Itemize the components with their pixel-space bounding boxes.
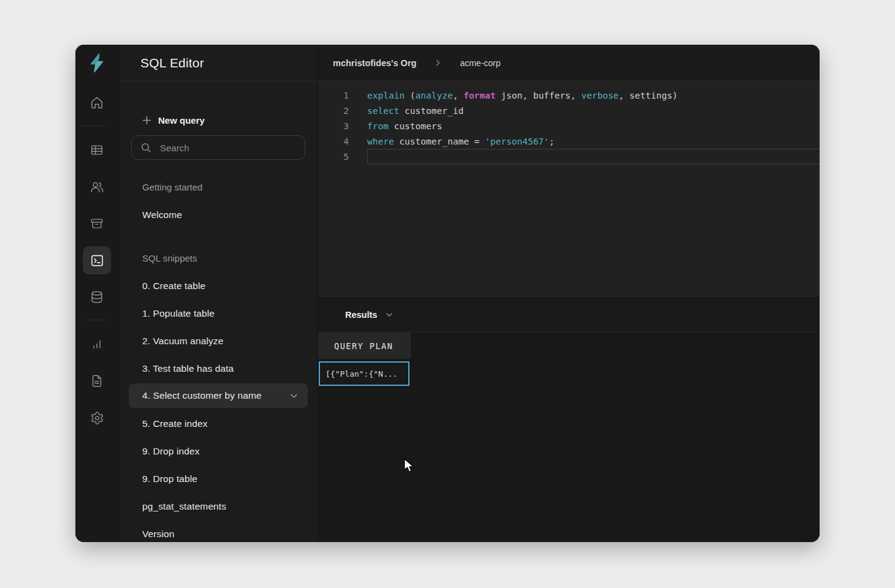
app-logo[interactable] [75, 45, 118, 81]
query-list-item[interactable]: 2. Vacuum analyze [129, 327, 308, 355]
rail-item-terminal[interactable] [83, 246, 111, 274]
current-line-highlight [367, 149, 820, 164]
query-list-item-label: 9. Drop table [142, 473, 197, 484]
page-title: SQL Editor [119, 45, 318, 81]
results-bar: Results [318, 297, 820, 333]
query-list-item-label: 4. Select customer by name [142, 390, 262, 401]
query-list-item[interactable]: 3. Test table has data [129, 355, 308, 382]
new-query-button[interactable]: New query [142, 113, 205, 127]
query-list-item[interactable]: 1. Populate table [129, 300, 308, 327]
code-line: 5 [318, 149, 820, 164]
code-text: from customers [362, 121, 442, 131]
app-window: SQL Editor New query Getting startedWelc… [75, 45, 820, 542]
section-header: Getting started [129, 173, 308, 201]
query-list-item[interactable]: 9. Drop table [129, 465, 308, 492]
rail-divider [83, 320, 105, 320]
query-list-item-label: Welcome [142, 209, 182, 221]
rail-divider [83, 126, 105, 126]
sql-editor[interactable]: 1explain (analyze, format json, buffers,… [318, 81, 820, 297]
icon-rail [75, 45, 118, 542]
results-label: Results [345, 310, 377, 320]
main-area: mchristofides's Org acme-corp 1explain (… [318, 45, 820, 542]
line-number: 3 [318, 121, 362, 131]
column-header-query-plan: QUERY PLAN [318, 333, 411, 359]
query-list-item-label: 0. Create table [142, 281, 205, 292]
code-text: select customer_id [362, 106, 463, 116]
query-list-item[interactable]: 9. Drop index [129, 437, 308, 465]
bar-chart-icon [90, 337, 104, 351]
code-line: 2select customer_id [318, 103, 820, 118]
rail-item-home[interactable] [83, 89, 111, 117]
query-list-item-label: Version [142, 529, 174, 540]
rail-item-document[interactable] [83, 367, 111, 395]
table-icon [90, 143, 104, 157]
query-list-item[interactable]: Version [129, 520, 308, 542]
settings-icon [90, 411, 104, 425]
code-text: explain (analyze, format json, buffers, … [362, 91, 677, 100]
rail-item-archive[interactable] [83, 209, 111, 238]
results-grid: QUERY PLAN [{"Plan":{"N... [318, 333, 820, 542]
query-list-item-label: 3. Test table has data [142, 363, 234, 374]
query-list-item-label: 1. Populate table [142, 308, 215, 319]
search-icon [141, 143, 151, 153]
chevron-down-icon [290, 392, 298, 400]
code-line: 3from customers [318, 118, 820, 134]
users-icon [90, 180, 104, 194]
query-list-item[interactable]: pg_stat_statements [129, 492, 308, 520]
query-list-item[interactable]: 0. Create table [129, 272, 308, 300]
query-list-item[interactable]: 5. Create index [129, 410, 308, 437]
query-list-item-label: pg_stat_statements [142, 501, 226, 512]
archive-icon [90, 217, 104, 230]
query-list-item-label: 5. Create index [142, 418, 208, 429]
result-cell-selected[interactable]: [{"Plan":{"N... [319, 361, 409, 386]
code-line: 1explain (analyze, format json, buffers,… [318, 88, 820, 103]
code-text: where customer_name = 'person4567'; [362, 137, 555, 146]
chevron-down-icon[interactable] [386, 311, 393, 318]
breadcrumb-org[interactable]: mchristofides's Org [333, 58, 416, 68]
line-number: 4 [318, 137, 362, 146]
lightning-logo-icon [88, 53, 106, 73]
terminal-icon [90, 254, 104, 268]
rail-item-settings[interactable] [83, 404, 111, 432]
home-icon [90, 96, 104, 110]
breadcrumb-project[interactable]: acme-corp [460, 58, 500, 68]
query-list: Getting startedWelcomeSQL snippets0. Cre… [119, 173, 318, 542]
new-query-label: New query [158, 115, 205, 126]
query-panel: SQL Editor New query Getting startedWelc… [118, 45, 318, 542]
search-box [131, 135, 305, 160]
query-list-item[interactable]: 4. Select customer by name [129, 383, 308, 408]
plus-icon [142, 116, 151, 125]
breadcrumb: mchristofides's Org acme-corp [318, 45, 820, 81]
query-list-item-label: 2. Vacuum analyze [142, 336, 223, 347]
line-number: 5 [318, 152, 362, 162]
line-number: 2 [318, 106, 362, 116]
section-header: SQL snippets [129, 244, 308, 272]
search-input[interactable] [160, 143, 295, 153]
query-panel-body: New query Getting startedWelcomeSQL snip… [119, 81, 318, 542]
chevron-right-icon [435, 59, 441, 66]
query-list-item[interactable]: Welcome [129, 201, 308, 228]
rail-item-users[interactable] [83, 173, 111, 201]
code-line: 4where customer_name = 'person4567'; [318, 134, 820, 149]
database-icon [90, 290, 104, 304]
rail-item-database[interactable] [83, 283, 111, 311]
query-list-item-label: 9. Drop index [142, 446, 200, 457]
rail-item-bar-chart[interactable] [83, 330, 111, 358]
line-number: 1 [318, 91, 362, 100]
rail-item-table[interactable] [83, 136, 111, 164]
document-icon [90, 374, 104, 388]
